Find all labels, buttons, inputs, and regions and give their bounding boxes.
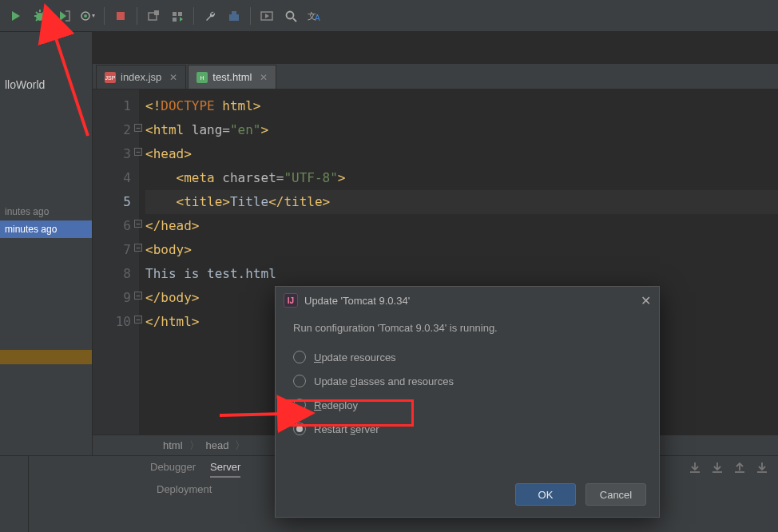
profile-dropdown-icon[interactable] (77, 5, 99, 27)
intellij-icon: IJ (284, 293, 298, 308)
svg-rect-18 (173, 18, 177, 22)
svg-marker-12 (92, 14, 95, 18)
upload-icon[interactable] (733, 461, 746, 476)
editor-tabbar: JSPindex.jsp✕Htest.html✕ (93, 64, 778, 89)
line-number: 2 (93, 118, 131, 142)
toolbar-separator (193, 7, 194, 25)
svg-text:H: H (200, 75, 204, 81)
tab-label: test.html (212, 71, 252, 83)
dialog-titlebar[interactable]: IJ Update 'Tomcat 9.0.34' ✕ (276, 287, 659, 314)
deployment-label[interactable]: Deployment (157, 483, 212, 495)
download-icon[interactable] (711, 461, 724, 476)
run-icon[interactable] (5, 5, 27, 27)
debug-icon[interactable] (29, 5, 51, 27)
breadcrumb-item[interactable]: head (206, 439, 229, 451)
fold-icon[interactable]: − (134, 244, 142, 252)
update-dialog: IJ Update 'Tomcat 9.0.34' ✕ Run configur… (275, 286, 660, 518)
svg-line-5 (36, 12, 38, 14)
bottom-tab-debugger[interactable]: Debugger (150, 461, 196, 478)
code-line[interactable]: <!DOCTYPE html> (145, 94, 778, 118)
build-icon[interactable] (223, 5, 245, 27)
code-line[interactable]: <meta charset="UTF-8"> (145, 166, 778, 190)
radio-label: Update classes and resources (314, 375, 454, 387)
svg-rect-15 (154, 10, 159, 15)
code-line[interactable]: −<html lang="en"> (145, 118, 778, 142)
svg-line-7 (36, 19, 38, 21)
svg-point-24 (287, 11, 294, 18)
line-number: 4 (93, 166, 131, 190)
radio-icon[interactable] (293, 375, 306, 387)
code-line[interactable]: <title>Title</title> (145, 190, 778, 214)
history-item: inutes ago (0, 203, 92, 220)
radio-restart-server[interactable]: Restart server (293, 417, 641, 441)
line-number: 8 (93, 262, 131, 286)
dialog-title: Update 'Tomcat 9.0.34' (304, 295, 410, 307)
bottom-tool-strip (0, 456, 29, 532)
attach-icon[interactable] (142, 5, 165, 27)
fold-icon[interactable]: − (134, 292, 142, 300)
fold-icon[interactable]: − (134, 316, 142, 324)
svg-rect-17 (178, 12, 182, 16)
close-tab-icon[interactable]: ✕ (260, 72, 268, 83)
code-line[interactable]: −<head> (145, 142, 778, 166)
vcs-highlight-band (0, 350, 92, 364)
line-number: 1 (93, 94, 131, 118)
download-icon[interactable] (689, 461, 701, 476)
line-number: 3 (93, 142, 131, 166)
breadcrumb-item[interactable]: html (163, 439, 183, 451)
search-icon[interactable] (280, 5, 302, 27)
close-icon[interactable]: ✕ (641, 293, 651, 308)
code-line[interactable]: −<body> (145, 238, 778, 262)
bottom-tab-server[interactable]: Server (210, 461, 240, 478)
history-item-selected: minutes ago (0, 220, 92, 238)
svg-marker-23 (265, 14, 269, 18)
radio-icon[interactable] (293, 399, 306, 411)
fold-icon[interactable]: − (134, 148, 142, 156)
fold-icon[interactable]: − (134, 220, 142, 228)
svg-marker-0 (12, 11, 20, 21)
wrench-icon[interactable] (199, 5, 221, 27)
run-target-icon[interactable] (256, 5, 278, 27)
line-number: 10 (93, 310, 131, 334)
svg-line-25 (293, 18, 296, 22)
main-toolbar: 文A (0, 0, 778, 32)
code-line[interactable]: −</head> (145, 214, 778, 238)
html-file-icon: H (196, 72, 208, 83)
radio-update-resources[interactable]: Update resources (293, 345, 641, 369)
cancel-button[interactable]: Cancel (585, 483, 646, 506)
svg-rect-20 (229, 14, 239, 21)
jsp-file-icon: JSP (105, 72, 116, 83)
radio-icon[interactable] (293, 351, 306, 363)
radio-label: Restart server (314, 423, 379, 435)
dialog-message: Run configuration 'Tomcat 9.0.34' is run… (293, 322, 641, 334)
download-icon[interactable] (756, 461, 768, 476)
close-tab-icon[interactable]: ✕ (169, 72, 177, 83)
editor-gutter: 12345678910 (93, 89, 139, 435)
editor-tab-test-html[interactable]: Htest.html✕ (188, 65, 276, 89)
toolbar-separator (250, 7, 251, 25)
svg-marker-19 (180, 17, 183, 22)
stop-icon[interactable] (109, 5, 132, 27)
line-number: 6 (93, 214, 131, 238)
radio-update-classes-and-resources[interactable]: Update classes and resources (293, 369, 641, 393)
svg-text:JSP: JSP (105, 75, 116, 81)
coverage-icon[interactable] (53, 5, 75, 27)
editor-tab-index-jsp[interactable]: JSPindex.jsp✕ (96, 65, 186, 89)
services-icon[interactable] (166, 5, 189, 27)
breadcrumb-separator: 〉 (189, 439, 200, 453)
ok-button[interactable]: OK (515, 483, 576, 506)
code-line[interactable]: This is test.html (145, 262, 778, 286)
bottom-tabs: DebuggerServer (150, 461, 240, 478)
svg-rect-16 (173, 12, 177, 16)
svg-line-8 (42, 19, 44, 21)
line-number: 9 (93, 286, 131, 310)
line-number: 7 (93, 238, 131, 262)
fold-icon[interactable]: − (134, 124, 142, 132)
line-number: 5 (93, 190, 131, 214)
radio-label: Redeploy (314, 399, 358, 411)
project-name[interactable]: lloWorld (0, 70, 92, 99)
radio-icon[interactable] (293, 423, 306, 435)
svg-rect-13 (117, 12, 125, 20)
radio-redeploy[interactable]: Redeploy (293, 393, 641, 417)
translate-icon[interactable]: 文A (304, 5, 326, 27)
